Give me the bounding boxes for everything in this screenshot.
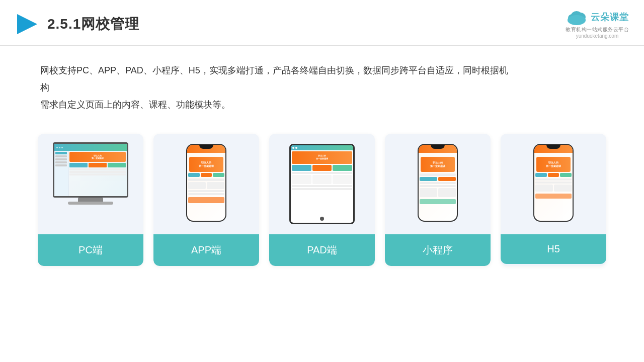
card-app-image: 职达人的第一堂刷题课 xyxy=(153,134,259,234)
header: 2.5.1网校管理 云朵课堂 教育机构一站式服务云平台 yunduoketang… xyxy=(0,0,644,46)
logo-url: yunduoketang.com xyxy=(576,33,619,39)
description-text: 网校支持PC、APP、PAD、小程序、H5，实现多端打通，产品各终端自由切换，数… xyxy=(0,46,553,124)
pc-mockup: 职达人的第一堂刷题课 xyxy=(48,142,133,225)
card-app: 职达人的第一堂刷题课 xyxy=(153,134,259,266)
play-icon xyxy=(15,12,39,36)
card-pc-image: 职达人的第一堂刷题课 xyxy=(38,134,143,234)
phone-mockup-h5: 职达人的第一堂刷题课 xyxy=(533,144,574,224)
card-pad-label: PAD端 xyxy=(269,234,375,266)
card-h5-label: H5 xyxy=(501,234,606,264)
logo-cloud: 云朵课堂 xyxy=(566,9,629,25)
card-pc-label: PC端 xyxy=(38,234,143,266)
logo-area: 云朵课堂 教育机构一站式服务云平台 yunduoketang.com xyxy=(566,9,629,39)
card-pad-image: 职达人的第一堂刷题课 xyxy=(269,134,375,234)
cards-area: 职达人的第一堂刷题课 xyxy=(0,124,644,281)
svg-point-5 xyxy=(568,15,586,25)
svg-marker-0 xyxy=(17,14,37,34)
card-miniprogram-label: 小程序 xyxy=(385,234,491,266)
card-pad: 职达人的第一堂刷题课 xyxy=(269,134,375,266)
tablet-mockup: 职达人的第一堂刷题课 xyxy=(289,144,355,224)
phone-mockup-app: 职达人的第一堂刷题课 xyxy=(186,144,226,224)
card-h5-image: 职达人的第一堂刷题课 xyxy=(501,134,606,234)
pc-screen: 职达人的第一堂刷题课 xyxy=(53,142,128,198)
phone-mockup-mini: 职达人的第一堂刷题课 xyxy=(418,144,458,224)
page-title: 2.5.1网校管理 xyxy=(47,15,139,34)
description-line2: 需求自定义页面上的内容、课程、功能模块等。 xyxy=(40,100,230,110)
header-left: 2.5.1网校管理 xyxy=(15,12,139,36)
card-h5: 职达人的第一堂刷题课 xyxy=(501,134,606,266)
card-app-label: APP端 xyxy=(153,234,259,266)
card-miniprogram-image: 职达人的第一堂刷题课 xyxy=(385,134,491,234)
card-miniprogram: 职达人的第一堂刷题课 xyxy=(385,134,491,266)
card-pc: 职达人的第一堂刷题课 xyxy=(38,134,143,266)
cloud-logo-icon xyxy=(566,9,588,25)
description-line1: 网校支持PC、APP、PAD、小程序、H5，实现多端打通，产品各终端自由切换，数… xyxy=(40,65,508,93)
pc-base xyxy=(68,202,113,205)
logo-subtitle: 教育机构一站式服务云平台 xyxy=(566,26,629,33)
logo-brand-name: 云朵课堂 xyxy=(591,11,629,23)
